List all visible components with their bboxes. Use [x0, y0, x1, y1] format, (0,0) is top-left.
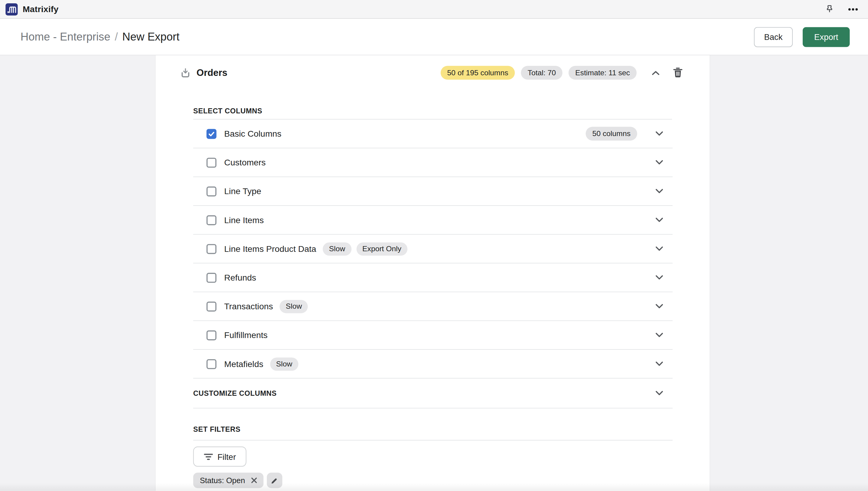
close-icon[interactable]: [250, 476, 258, 484]
row-label[interactable]: Line Items: [224, 215, 264, 225]
line-items-checkbox[interactable]: [206, 215, 217, 225]
column-groups-list: Basic Columns 50 columns Customers: [193, 119, 673, 378]
trash-icon[interactable]: [673, 67, 682, 78]
row-fulfillments: Fulfillments: [193, 321, 673, 350]
row-label[interactable]: Fulfillments: [224, 330, 268, 340]
app-window: Matrixify Home - Enterprise / New Export…: [0, 0, 868, 491]
row-label[interactable]: Customers: [224, 157, 265, 168]
app-title: Matrixify: [23, 4, 58, 14]
chevron-down-icon[interactable]: [654, 360, 664, 368]
orders-export-card: Orders 50 of 195 columns Total: 70 Estim…: [155, 55, 710, 491]
applied-filters: Status: Open: [193, 472, 710, 488]
back-button[interactable]: Back: [754, 27, 793, 47]
customize-columns-heading: CUSTOMIZE COLUMNS: [193, 389, 277, 397]
chevron-down-icon[interactable]: [654, 302, 664, 310]
row-metafields: Metafields Slow: [193, 350, 673, 378]
metafields-checkbox[interactable]: [206, 359, 217, 369]
row-line-items-product-data: Line Items Product Data Slow Export Only: [193, 235, 673, 263]
pencil-icon[interactable]: [267, 472, 282, 488]
filter-tag-status: Status: Open: [193, 472, 263, 488]
card-title: Orders: [197, 67, 227, 78]
fulfillments-checkbox[interactable]: [206, 330, 217, 340]
chevron-down-icon[interactable]: [654, 187, 664, 195]
customize-columns-expander[interactable]: CUSTOMIZE COLUMNS: [193, 378, 673, 408]
card-header: Orders 50 of 195 columns Total: 70 Estim…: [156, 55, 709, 82]
chevron-down-icon[interactable]: [654, 216, 664, 224]
slow-badge: Slow: [323, 242, 352, 256]
row-label[interactable]: Transactions: [224, 301, 273, 311]
import-download-icon: [180, 67, 191, 78]
row-label[interactable]: Refunds: [224, 272, 256, 282]
breadcrumb-separator: /: [115, 31, 118, 43]
row-customers: Customers: [193, 148, 673, 177]
export-only-badge: Export Only: [356, 242, 408, 256]
transactions-checkbox[interactable]: [206, 301, 217, 311]
row-line-type: Line Type: [193, 177, 673, 206]
row-line-items: Line Items: [193, 206, 673, 235]
customers-checkbox[interactable]: [206, 157, 217, 168]
page-title: New Export: [122, 31, 179, 43]
slow-badge: Slow: [280, 299, 308, 313]
top-bar: Matrixify: [0, 0, 868, 19]
select-columns-heading: SELECT COLUMNS: [193, 107, 672, 119]
row-label[interactable]: Line Items Product Data: [224, 244, 316, 254]
export-button[interactable]: Export: [803, 27, 850, 47]
basic-columns-checkbox[interactable]: [206, 129, 217, 139]
page-header: Home - Enterprise / New Export Back Expo…: [0, 19, 868, 55]
filter-button-label: Filter: [218, 452, 236, 461]
chevron-down-icon[interactable]: [654, 159, 664, 166]
selected-columns-count-badge: 50 columns: [586, 127, 637, 141]
chevron-down-icon[interactable]: [654, 331, 664, 339]
refunds-checkbox[interactable]: [206, 272, 217, 282]
breadcrumb-parent-link[interactable]: Home - Enterprise: [21, 31, 110, 43]
filter-icon: [203, 453, 213, 460]
total-badge: Total: 70: [521, 66, 563, 80]
row-label[interactable]: Metafields: [224, 359, 263, 369]
chevron-down-icon[interactable]: [654, 274, 664, 281]
set-filters-heading: SET FILTERS: [193, 425, 673, 440]
row-transactions: Transactions Slow: [193, 292, 673, 321]
chevron-down-icon[interactable]: [654, 130, 664, 137]
estimate-badge: Estimate: 11 sec: [568, 66, 637, 80]
chevron-down-icon[interactable]: [654, 245, 664, 253]
chevron-up-icon[interactable]: [651, 70, 660, 76]
filter-button[interactable]: Filter: [193, 446, 247, 466]
main-area: Orders 50 of 195 columns Total: 70 Estim…: [0, 55, 868, 491]
columns-count-badge: 50 of 195 columns: [441, 66, 515, 80]
slow-badge: Slow: [270, 357, 299, 370]
breadcrumb: Home - Enterprise / New Export: [21, 31, 180, 43]
line-type-checkbox[interactable]: [206, 186, 217, 196]
row-refunds: Refunds: [193, 263, 673, 292]
matrixify-logo-icon: [5, 3, 18, 15]
row-label[interactable]: Basic Columns: [224, 129, 281, 139]
pin-icon[interactable]: [824, 4, 835, 15]
more-options-icon[interactable]: [847, 3, 859, 15]
row-basic-columns: Basic Columns 50 columns: [193, 119, 673, 148]
filter-tag-label: Status: Open: [200, 476, 245, 485]
row-label[interactable]: Line Type: [224, 186, 261, 196]
chevron-down-icon[interactable]: [654, 390, 664, 397]
line-items-product-data-checkbox[interactable]: [206, 244, 217, 254]
